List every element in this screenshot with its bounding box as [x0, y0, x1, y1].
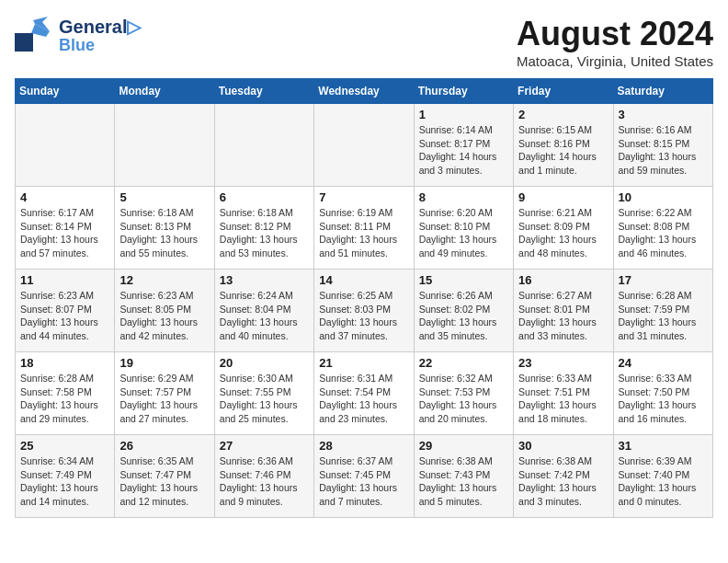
day-info: Sunrise: 6:18 AM Sunset: 8:12 PM Dayligh… — [220, 206, 309, 260]
day-cell: 23Sunrise: 6:33 AM Sunset: 7:51 PM Dayli… — [514, 352, 613, 435]
day-info: Sunrise: 6:16 AM Sunset: 8:15 PM Dayligh… — [619, 123, 708, 178]
day-info: Sunrise: 6:24 AM Sunset: 8:04 PM Dayligh… — [220, 289, 309, 343]
day-cell: 13Sunrise: 6:24 AM Sunset: 8:04 PM Dayli… — [214, 270, 313, 352]
day-info: Sunrise: 6:26 AM Sunset: 8:02 PM Dayligh… — [419, 289, 508, 343]
weekday-header: SundayMondayTuesdayWednesdayThursdayFrid… — [16, 79, 713, 104]
day-number: 27 — [220, 439, 309, 453]
day-number: 6 — [220, 190, 309, 204]
day-cell: 8Sunrise: 6:20 AM Sunset: 8:10 PM Daylig… — [414, 187, 513, 270]
day-cell: 21Sunrise: 6:31 AM Sunset: 7:54 PM Dayli… — [314, 352, 414, 435]
calendar-table: SundayMondayTuesdayWednesdayThursdayFrid… — [15, 78, 713, 518]
day-cell: 20Sunrise: 6:30 AM Sunset: 7:55 PM Dayli… — [214, 352, 313, 435]
day-info: Sunrise: 6:20 AM Sunset: 8:10 PM Dayligh… — [419, 206, 508, 260]
day-cell: 10Sunrise: 6:22 AM Sunset: 8:08 PM Dayli… — [613, 187, 712, 270]
weekday-saturday: Saturday — [613, 79, 712, 104]
logo-icon: G — [15, 15, 55, 55]
day-number: 21 — [319, 356, 408, 370]
day-number: 22 — [419, 356, 508, 370]
day-info: Sunrise: 6:33 AM Sunset: 7:50 PM Dayligh… — [619, 372, 708, 426]
day-cell: 9Sunrise: 6:21 AM Sunset: 8:09 PM Daylig… — [514, 187, 613, 270]
day-cell: 11Sunrise: 6:23 AM Sunset: 8:07 PM Dayli… — [16, 270, 115, 352]
header: G General▷ Blue August 2024 Matoaca, Vir… — [15, 15, 713, 69]
day-number: 3 — [619, 108, 708, 121]
day-cell: 25Sunrise: 6:34 AM Sunset: 7:49 PM Dayli… — [16, 435, 115, 518]
day-cell: 29Sunrise: 6:38 AM Sunset: 7:43 PM Dayli… — [414, 435, 513, 518]
day-info: Sunrise: 6:35 AM Sunset: 7:47 PM Dayligh… — [119, 454, 209, 509]
day-info: Sunrise: 6:39 AM Sunset: 7:40 PM Dayligh… — [619, 454, 708, 509]
day-number: 5 — [119, 190, 209, 204]
day-info: Sunrise: 6:33 AM Sunset: 7:51 PM Dayligh… — [518, 372, 608, 426]
day-number: 8 — [419, 190, 508, 204]
day-cell: 7Sunrise: 6:19 AM Sunset: 8:11 PM Daylig… — [314, 187, 414, 270]
day-number: 14 — [319, 273, 408, 287]
day-cell: 1Sunrise: 6:14 AM Sunset: 8:17 PM Daylig… — [414, 104, 513, 187]
day-info: Sunrise: 6:38 AM Sunset: 7:42 PM Dayligh… — [518, 454, 608, 509]
day-number: 29 — [419, 439, 508, 453]
day-cell: 3Sunrise: 6:16 AM Sunset: 8:15 PM Daylig… — [613, 104, 712, 187]
day-number: 26 — [119, 439, 209, 453]
day-cell: 5Sunrise: 6:18 AM Sunset: 8:13 PM Daylig… — [115, 187, 214, 270]
logo-general: General▷ — [59, 17, 141, 37]
day-cell: 6Sunrise: 6:18 AM Sunset: 8:12 PM Daylig… — [214, 187, 313, 270]
day-cell: 27Sunrise: 6:36 AM Sunset: 7:46 PM Dayli… — [214, 435, 313, 518]
day-info: Sunrise: 6:38 AM Sunset: 7:43 PM Dayligh… — [419, 454, 508, 509]
day-number: 31 — [619, 439, 708, 453]
day-info: Sunrise: 6:23 AM Sunset: 8:07 PM Dayligh… — [20, 289, 109, 343]
day-cell: 16Sunrise: 6:27 AM Sunset: 8:01 PM Dayli… — [514, 270, 613, 352]
day-info: Sunrise: 6:28 AM Sunset: 7:58 PM Dayligh… — [20, 372, 109, 426]
day-cell: 14Sunrise: 6:25 AM Sunset: 8:03 PM Dayli… — [314, 270, 414, 352]
weekday-wednesday: Wednesday — [314, 79, 414, 104]
week-row-5: 25Sunrise: 6:34 AM Sunset: 7:49 PM Dayli… — [16, 435, 713, 518]
day-info: Sunrise: 6:14 AM Sunset: 8:17 PM Dayligh… — [419, 123, 508, 178]
day-cell: 17Sunrise: 6:28 AM Sunset: 7:59 PM Dayli… — [613, 270, 712, 352]
day-cell — [115, 104, 214, 187]
day-number: 16 — [518, 273, 608, 287]
day-info: Sunrise: 6:21 AM Sunset: 8:09 PM Dayligh… — [518, 206, 608, 260]
logo-blue: Blue — [59, 37, 141, 53]
day-cell: 2Sunrise: 6:15 AM Sunset: 8:16 PM Daylig… — [514, 104, 613, 187]
day-number: 11 — [20, 273, 109, 287]
day-cell: 24Sunrise: 6:33 AM Sunset: 7:50 PM Dayli… — [613, 352, 712, 435]
day-number: 12 — [119, 273, 209, 287]
day-cell: 19Sunrise: 6:29 AM Sunset: 7:57 PM Dayli… — [115, 352, 214, 435]
day-info: Sunrise: 6:17 AM Sunset: 8:14 PM Dayligh… — [20, 206, 109, 260]
calendar-body: 1Sunrise: 6:14 AM Sunset: 8:17 PM Daylig… — [16, 104, 713, 518]
day-cell: 4Sunrise: 6:17 AM Sunset: 8:14 PM Daylig… — [16, 187, 115, 270]
day-info: Sunrise: 6:15 AM Sunset: 8:16 PM Dayligh… — [518, 123, 608, 178]
logo: G General▷ Blue — [15, 15, 141, 55]
day-info: Sunrise: 6:22 AM Sunset: 8:08 PM Dayligh… — [619, 206, 708, 260]
day-number: 7 — [319, 190, 408, 204]
day-cell: 26Sunrise: 6:35 AM Sunset: 7:47 PM Dayli… — [115, 435, 214, 518]
day-info: Sunrise: 6:28 AM Sunset: 7:59 PM Dayligh… — [619, 289, 708, 343]
day-number: 9 — [518, 190, 608, 204]
day-cell: 30Sunrise: 6:38 AM Sunset: 7:42 PM Dayli… — [514, 435, 613, 518]
day-info: Sunrise: 6:18 AM Sunset: 8:13 PM Dayligh… — [119, 206, 209, 260]
day-number: 1 — [419, 108, 508, 121]
day-info: Sunrise: 6:31 AM Sunset: 7:54 PM Dayligh… — [319, 372, 408, 426]
day-info: Sunrise: 6:19 AM Sunset: 8:11 PM Dayligh… — [319, 206, 408, 260]
day-cell — [214, 104, 313, 187]
day-cell: 18Sunrise: 6:28 AM Sunset: 7:58 PM Dayli… — [16, 352, 115, 435]
day-cell: 31Sunrise: 6:39 AM Sunset: 7:40 PM Dayli… — [613, 435, 712, 518]
svg-text:G: G — [17, 35, 28, 51]
day-number: 17 — [619, 273, 708, 287]
day-number: 25 — [20, 439, 109, 453]
day-info: Sunrise: 6:37 AM Sunset: 7:45 PM Dayligh… — [319, 454, 408, 509]
day-info: Sunrise: 6:34 AM Sunset: 7:49 PM Dayligh… — [20, 454, 109, 509]
weekday-sunday: Sunday — [16, 79, 115, 104]
day-number: 10 — [619, 190, 708, 204]
day-number: 15 — [419, 273, 508, 287]
day-number: 19 — [119, 356, 209, 370]
day-cell — [314, 104, 414, 187]
month-year: August 2024 — [517, 15, 713, 53]
location: Matoaca, Virginia, United States — [517, 53, 713, 69]
day-number: 23 — [518, 356, 608, 370]
title-section: August 2024 Matoaca, Virginia, United St… — [517, 15, 713, 69]
weekday-thursday: Thursday — [414, 79, 513, 104]
week-row-1: 1Sunrise: 6:14 AM Sunset: 8:17 PM Daylig… — [16, 104, 713, 187]
day-info: Sunrise: 6:29 AM Sunset: 7:57 PM Dayligh… — [119, 372, 209, 426]
day-info: Sunrise: 6:36 AM Sunset: 7:46 PM Dayligh… — [220, 454, 309, 509]
day-number: 24 — [619, 356, 708, 370]
day-number: 18 — [20, 356, 109, 370]
day-number: 2 — [518, 108, 608, 121]
